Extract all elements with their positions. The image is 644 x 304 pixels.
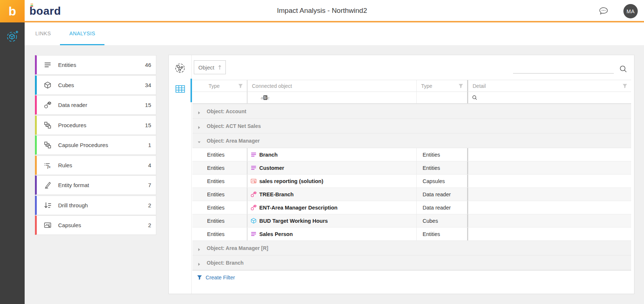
- category-item-cubes[interactable]: Cubes34: [35, 75, 156, 95]
- cell-detail: [468, 161, 631, 174]
- table-body: Object: AccountObject: ACT Net SalesObje…: [192, 104, 631, 270]
- avatar[interactable]: MA: [623, 4, 638, 18]
- caret-right-icon[interactable]: [198, 124, 201, 128]
- cell-detail: [468, 188, 631, 201]
- app-logo[interactable]: b: [0, 0, 25, 22]
- grid-view-icon[interactable]: [175, 84, 185, 94]
- category-label: Entities: [58, 62, 76, 68]
- svg-text:fx: fx: [47, 165, 51, 169]
- category-count: 46: [145, 62, 151, 68]
- chat-bubble-icon[interactable]: [598, 6, 609, 16]
- group-label: Object: Area Manager: [207, 138, 260, 144]
- connected-object-name: ENT-Area Manager Description: [259, 205, 338, 211]
- page-title: Impact Analysis - Northwind2: [277, 7, 367, 15]
- column-header-type-2[interactable]: Type: [417, 80, 468, 92]
- category-item-drill-through[interactable]: Drill through2: [35, 196, 156, 215]
- cell-detail: [468, 228, 631, 240]
- view-mode-rail: [169, 55, 192, 294]
- table-row[interactable]: EntitiesBranchEntities: [192, 148, 631, 161]
- filter-cell-connected-object[interactable]: abc: [248, 92, 417, 103]
- search-input[interactable]: [513, 65, 614, 74]
- group-row[interactable]: Object: ACT Net Sales: [192, 119, 631, 133]
- entity-lines-icon: [250, 165, 257, 171]
- entity-lines-icon: [44, 61, 51, 69]
- cell-object-type: Entities: [417, 161, 468, 174]
- table-row[interactable]: EntitiesSales PersonEntities: [192, 228, 631, 241]
- create-filter-button[interactable]: Create Filter: [192, 270, 631, 284]
- caret-right-icon[interactable]: [198, 246, 201, 250]
- category-item-capsule-procedures[interactable]: Capsule Procedures1: [35, 135, 156, 155]
- brand-logo-text: board: [29, 5, 61, 17]
- table-header-row: Type Connected object Type Detail: [192, 80, 631, 92]
- category-item-entity-format[interactable]: Entity format7: [35, 175, 156, 195]
- filter-cell-detail[interactable]: [468, 92, 631, 103]
- filter-funnel-icon[interactable]: [458, 83, 463, 89]
- filter-cell-type[interactable]: [192, 92, 248, 103]
- group-row[interactable]: Object: Account: [192, 104, 631, 119]
- cell-object-type: Capsules: [417, 175, 468, 187]
- table-row[interactable]: EntitiesCustomerEntities: [192, 161, 631, 175]
- table-search: [513, 65, 627, 74]
- category-count: 4: [148, 162, 151, 168]
- object-sort-button[interactable]: Object: [194, 60, 226, 74]
- cell-object-type: Entities: [417, 228, 468, 240]
- category-item-capsules[interactable]: Capsules2: [35, 215, 156, 235]
- category-item-rules[interactable]: fxRules4: [35, 155, 156, 175]
- tab-bar: LINKS ANALYSIS: [25, 22, 644, 45]
- category-label: Rules: [58, 162, 72, 168]
- category-item-procedures[interactable]: Procedures15: [35, 115, 156, 135]
- cell-type: Entities: [192, 188, 248, 201]
- filter-cell-type-2[interactable]: [417, 92, 468, 103]
- category-count: 15: [145, 122, 151, 128]
- group-row[interactable]: Object: Branch: [192, 255, 631, 270]
- column-header-type[interactable]: Type: [192, 80, 248, 92]
- category-count: 1: [148, 142, 151, 148]
- category-list: Entities46Cubes34Data reader15Procedures…: [35, 55, 156, 236]
- capsule-icon: [250, 178, 257, 184]
- table-row[interactable]: Entitiessales reporting (solution)Capsul…: [192, 175, 631, 188]
- column-header-connected-object[interactable]: Connected object: [248, 80, 417, 92]
- procedure-icon: [44, 121, 51, 129]
- cell-object-type: Entities: [417, 148, 468, 161]
- group-label: Object: ACT Net Sales: [207, 123, 261, 129]
- category-label: Capsule Procedures: [58, 142, 108, 148]
- caret-right-icon[interactable]: [198, 261, 201, 265]
- tab-links[interactable]: LINKS: [26, 22, 60, 45]
- cell-object-type: Data reader: [417, 188, 468, 201]
- cell-type: Entities: [192, 161, 248, 174]
- create-filter-label: Create Filter: [206, 275, 235, 280]
- table-row[interactable]: EntitiesTREE-BranchData reader: [192, 188, 631, 201]
- column-header-detail[interactable]: Detail: [468, 80, 631, 92]
- cube-add-icon[interactable]: [6, 30, 19, 43]
- category-item-entities[interactable]: Entities46: [35, 55, 156, 75]
- group-row[interactable]: Object: Area Manager: [192, 133, 631, 148]
- analysis-panel: Object Type Connected object: [168, 55, 634, 294]
- caret-right-icon[interactable]: [198, 110, 201, 113]
- group-label: Object: Account: [207, 108, 246, 114]
- table-row[interactable]: EntitiesENT-Area Manager DescriptionData…: [192, 201, 631, 214]
- filter-funnel-icon[interactable]: [238, 83, 243, 89]
- data-reader-icon: [44, 101, 51, 109]
- content-area: Entities46Cubes34Data reader15Procedures…: [25, 45, 644, 304]
- search-icon[interactable]: [619, 65, 627, 73]
- cell-type: Entities: [192, 228, 248, 240]
- capsule-icon: [44, 221, 51, 229]
- cell-type: Entities: [192, 148, 248, 161]
- connected-object-name: BUD Target Working Hours: [259, 218, 328, 224]
- category-count: 7: [148, 182, 151, 188]
- analysis-table-area: Object Type Connected object: [192, 55, 634, 294]
- category-item-data-reader[interactable]: Data reader15: [35, 95, 156, 115]
- group-row[interactable]: Object: Area Manager [R]: [192, 241, 631, 255]
- procedure-icon: [44, 141, 51, 149]
- caret-down-icon[interactable]: [198, 139, 201, 143]
- table-row[interactable]: EntitiesBUD Target Working HoursCubes: [192, 214, 631, 228]
- entity-lines-icon: [250, 231, 257, 237]
- category-label: Drill through: [58, 202, 88, 208]
- create-filter-funnel-icon: [197, 275, 202, 280]
- tab-analysis[interactable]: ANALYSIS: [60, 22, 104, 45]
- cell-connected-object: TREE-Branch: [248, 188, 417, 201]
- filter-funnel-icon[interactable]: [622, 83, 627, 89]
- network-view-icon[interactable]: [174, 62, 186, 74]
- table-toolbar: Object: [192, 55, 631, 80]
- category-label: Capsules: [58, 222, 81, 228]
